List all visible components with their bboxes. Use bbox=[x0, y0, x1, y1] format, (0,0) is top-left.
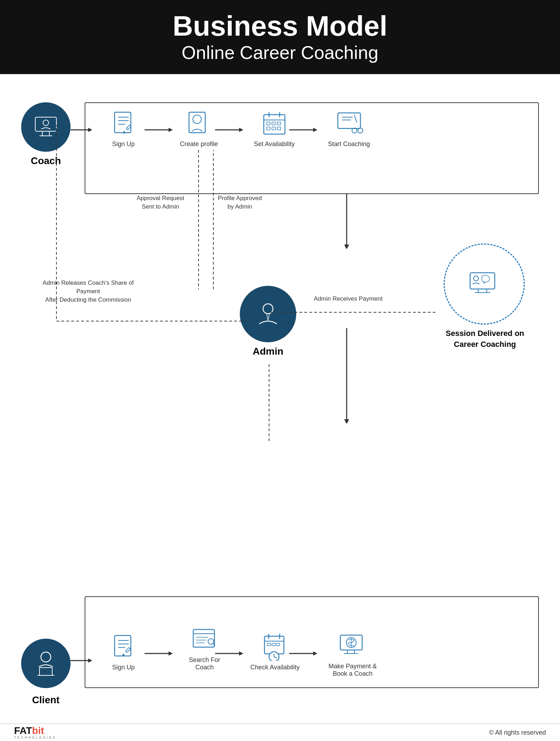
coach-availability-step: Set Availability bbox=[254, 109, 295, 148]
admin-receives-line bbox=[268, 307, 436, 318]
admin-receives-annotation: Admin Receives Payment bbox=[314, 295, 383, 303]
svg-marker-75 bbox=[239, 651, 243, 656]
svg-point-16 bbox=[193, 115, 201, 124]
svg-marker-38 bbox=[344, 245, 349, 249]
svg-marker-53 bbox=[344, 419, 349, 423]
client-to-admin-arrow bbox=[264, 363, 274, 441]
coach-coaching-step: Start Coaching bbox=[328, 109, 370, 148]
svg-rect-63 bbox=[126, 647, 130, 652]
copyright-text: © All rights reserved bbox=[489, 729, 546, 736]
svg-rect-82 bbox=[276, 643, 280, 646]
svg-marker-66 bbox=[169, 651, 173, 656]
client-signup-step: Sign Up bbox=[109, 633, 138, 671]
admin-releases-annotation: Admin Releases Coach's Share of Payment … bbox=[35, 279, 141, 304]
svg-rect-28 bbox=[277, 127, 281, 130]
session-to-client-arrow bbox=[341, 328, 352, 423]
svg-rect-55 bbox=[39, 668, 52, 675]
svg-point-54 bbox=[41, 652, 51, 662]
brand-sub: TECHNOLOGIES bbox=[14, 736, 56, 739]
client-label: Client bbox=[21, 694, 71, 706]
client-avatar bbox=[21, 639, 71, 688]
svg-rect-27 bbox=[272, 127, 275, 130]
client-payment-step: Make Payment & Book a Coach bbox=[324, 632, 381, 677]
svg-rect-23 bbox=[267, 122, 270, 125]
svg-marker-87 bbox=[313, 651, 317, 656]
client-arrow-1-2 bbox=[145, 650, 173, 657]
client-arrow-3-4 bbox=[289, 650, 317, 657]
client-search-step: Search For Coach bbox=[180, 625, 229, 671]
footer: FATbit TECHNOLOGIES © All rights reserve… bbox=[0, 723, 560, 741]
svg-line-36 bbox=[354, 115, 357, 123]
svg-rect-31 bbox=[338, 113, 360, 128]
svg-point-4 bbox=[43, 120, 49, 126]
main-title: Business Model bbox=[172, 11, 387, 42]
client-box bbox=[85, 596, 539, 688]
svg-rect-80 bbox=[267, 643, 270, 646]
svg-marker-58 bbox=[88, 658, 92, 663]
svg-point-33 bbox=[358, 128, 363, 133]
svg-marker-30 bbox=[313, 128, 317, 132]
admin-label: Admin bbox=[240, 346, 296, 357]
svg-point-43 bbox=[474, 276, 479, 281]
client-arrow-2-3 bbox=[215, 650, 243, 657]
header: Business Model Online Career Coaching bbox=[0, 0, 560, 74]
client-payment-label: Make Payment & Book a Coach bbox=[324, 663, 381, 677]
svg-rect-24 bbox=[272, 122, 275, 125]
subtitle: Online Career Coaching bbox=[182, 42, 378, 64]
client-to-box-arrow bbox=[71, 657, 92, 664]
svg-marker-64 bbox=[122, 653, 125, 656]
svg-rect-19 bbox=[264, 115, 285, 134]
client-search-label: Search For Coach bbox=[180, 656, 229, 671]
svg-rect-26 bbox=[267, 127, 270, 130]
svg-rect-25 bbox=[277, 122, 281, 125]
svg-rect-59 bbox=[115, 635, 131, 656]
client-check-label: Check Availability bbox=[250, 664, 300, 671]
session-circle bbox=[444, 243, 525, 325]
brand-logo: FATbit TECHNOLOGIES bbox=[14, 726, 56, 739]
coach-coaching-label: Start Coaching bbox=[328, 140, 370, 148]
arrow-3-4 bbox=[289, 126, 317, 133]
diagram-area: Coach Sign Up Create profile bbox=[0, 74, 560, 723]
session-label: Session Delivered on Career Coaching bbox=[437, 328, 532, 350]
coaching-to-session-arrow bbox=[341, 194, 352, 249]
svg-point-72 bbox=[208, 639, 214, 644]
coach-availability-label: Set Availability bbox=[254, 140, 295, 148]
client-signup-label: Sign Up bbox=[112, 664, 135, 671]
svg-rect-81 bbox=[272, 643, 275, 646]
